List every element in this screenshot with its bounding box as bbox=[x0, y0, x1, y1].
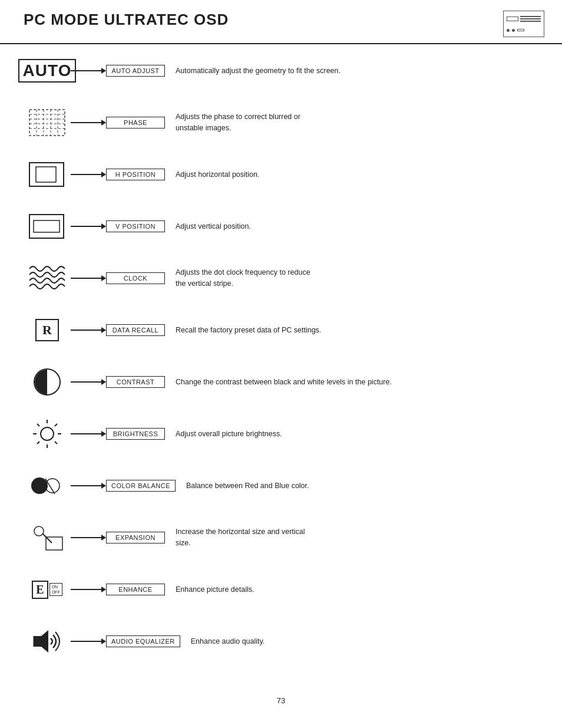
contrast-circle-icon bbox=[34, 368, 61, 396]
desc-enhance: Enhance picture details. bbox=[176, 584, 254, 595]
menu-item-datarecall: R DATA RECALL Recall the factory preset … bbox=[24, 309, 538, 351]
desc-colorbalance: Balance between Red and Blue color. bbox=[186, 480, 309, 492]
arrow-vposition bbox=[71, 223, 106, 229]
menu-item-brightness: BRIGHTNESS Adjust overall picture bright… bbox=[24, 413, 538, 454]
label-colorbalance: COLOR BALANCE bbox=[106, 480, 176, 492]
enhance-onoff-icon: ON OFF bbox=[49, 583, 62, 596]
svg-line-26 bbox=[42, 533, 52, 543]
svg-marker-29 bbox=[41, 630, 48, 653]
expansion-icon bbox=[24, 520, 71, 555]
arrow-auto bbox=[71, 68, 106, 74]
svg-rect-10 bbox=[36, 167, 56, 182]
desc-expansion: Increase the horizontal size and vertica… bbox=[176, 526, 305, 549]
arrow-enhance bbox=[71, 587, 106, 592]
menu-item-hposition: H POSITION Adjust horizontal position. bbox=[24, 154, 538, 195]
desc-clock: Adjusts the dot clock frequency to reduc… bbox=[176, 267, 310, 289]
enhance-e-icon: E ON OFF bbox=[32, 581, 62, 599]
vposition-icon bbox=[24, 209, 71, 244]
svg-rect-28 bbox=[33, 636, 41, 647]
menu-item-contrast: CONTRAST Change the contrast between bla… bbox=[24, 361, 538, 403]
clock-svg-icon bbox=[28, 263, 66, 294]
svg-rect-12 bbox=[34, 220, 59, 232]
auto-icon: AUTO bbox=[24, 53, 71, 88]
svg-line-21 bbox=[37, 442, 39, 444]
svg-line-19 bbox=[55, 442, 57, 444]
label-phase: PHASE bbox=[106, 117, 165, 129]
desc-brightness: Adjust overall picture brightness. bbox=[176, 429, 282, 440]
hposition-svg-icon bbox=[29, 161, 65, 188]
desc-datarecall: Recall the factory preset data of PC set… bbox=[176, 325, 321, 336]
arrow-audioequalizer bbox=[71, 638, 106, 644]
arrow-colorbalance bbox=[71, 483, 106, 489]
menu-item-audioequalizer: AUDIO EQUALIZER Enhance audio quality. bbox=[24, 621, 538, 662]
arrow-brightness bbox=[71, 431, 106, 437]
enhance-letter: E bbox=[32, 581, 48, 599]
datarecall-icon: R bbox=[24, 312, 71, 348]
r-icon: R bbox=[35, 319, 59, 341]
audio-svg-icon bbox=[27, 627, 67, 656]
arrow-phase bbox=[71, 120, 106, 126]
arrow-expansion bbox=[71, 535, 106, 541]
clock-icon bbox=[24, 261, 71, 296]
header-dot-icon bbox=[512, 29, 515, 32]
menu-item-colorbalance: COLOR BALANCE Balance between Red and Bl… bbox=[24, 465, 538, 506]
desc-contrast: Change the contrast between black and wh… bbox=[176, 377, 392, 388]
label-contrast: CONTRAST bbox=[106, 376, 165, 388]
header-box-icon bbox=[507, 17, 518, 21]
arrow-hposition bbox=[71, 172, 106, 177]
svg-line-20 bbox=[55, 424, 57, 426]
label-audioequalizer: AUDIO EQUALIZER bbox=[106, 635, 180, 647]
enhance-icon: E ON OFF bbox=[24, 572, 71, 607]
menu-item-auto: AUTO AUTO ADJUST Automatically adjust th… bbox=[24, 50, 538, 91]
label-auto-adjust: AUTO ADJUST bbox=[106, 65, 165, 77]
header-small-box bbox=[517, 29, 524, 31]
content-area: AUTO AUTO ADJUST Automatically adjust th… bbox=[0, 44, 562, 684]
label-brightness: BRIGHTNESS bbox=[106, 428, 165, 440]
menu-item-expansion: EXPANSION Increase the horizontal size a… bbox=[24, 517, 538, 558]
desc-audioequalizer: Enhance audio quality. bbox=[191, 636, 265, 647]
phase-svg-icon bbox=[29, 109, 65, 136]
menu-item-vposition: V POSITION Adjust vertical position. bbox=[24, 206, 538, 247]
label-vposition: V POSITION bbox=[106, 220, 165, 232]
page-header: PC MODE ULTRATEC OSD bbox=[0, 0, 562, 44]
header-lines-icon bbox=[520, 16, 541, 22]
desc-hposition: Adjust horizontal position. bbox=[176, 169, 259, 180]
page-title: PC MODE ULTRATEC OSD bbox=[24, 11, 229, 29]
svg-point-25 bbox=[34, 526, 44, 536]
brightness-icon bbox=[24, 416, 71, 452]
phase-icon bbox=[24, 105, 71, 140]
contrast-icon bbox=[24, 364, 71, 400]
svg-line-18 bbox=[37, 424, 39, 426]
hposition-icon bbox=[24, 157, 71, 192]
brightness-svg-icon bbox=[32, 419, 62, 449]
label-datarecall: DATA RECALL bbox=[106, 324, 165, 336]
desc-vposition: Adjust vertical position. bbox=[176, 221, 251, 232]
arrow-clock bbox=[71, 275, 106, 281]
page-number: 73 bbox=[0, 684, 562, 717]
svg-rect-11 bbox=[29, 215, 64, 238]
header-device-icon bbox=[503, 11, 544, 37]
arrow-datarecall bbox=[71, 327, 106, 333]
menu-item-clock: CLOCK Adjusts the dot clock frequency to… bbox=[24, 258, 538, 299]
svg-rect-9 bbox=[29, 163, 64, 186]
svg-rect-0 bbox=[29, 110, 65, 136]
desc-phase: Adjusts the phase to correct blurred or … bbox=[176, 111, 300, 134]
colorbalance-svg-icon bbox=[27, 470, 68, 501]
expansion-svg-icon bbox=[29, 522, 65, 554]
svg-point-13 bbox=[41, 427, 54, 440]
audio-icon bbox=[24, 624, 71, 659]
menu-item-phase: PHASE Adjusts the phase to correct blurr… bbox=[24, 102, 538, 143]
menu-item-enhance: E ON OFF ENHANCE Enhance picture details… bbox=[24, 569, 538, 610]
auto-text-icon: AUTO bbox=[18, 59, 77, 83]
colorbalance-icon bbox=[24, 468, 71, 503]
header-dot-icon bbox=[507, 29, 510, 32]
vposition-svg-icon bbox=[29, 213, 65, 240]
desc-auto-adjust: Automatically adjust the geometry to fit… bbox=[176, 65, 340, 77]
label-clock: CLOCK bbox=[106, 272, 165, 284]
label-expansion: EXPANSION bbox=[106, 532, 165, 543]
label-enhance: ENHANCE bbox=[106, 584, 165, 595]
label-hposition: H POSITION bbox=[106, 169, 165, 180]
arrow-contrast bbox=[71, 379, 106, 385]
